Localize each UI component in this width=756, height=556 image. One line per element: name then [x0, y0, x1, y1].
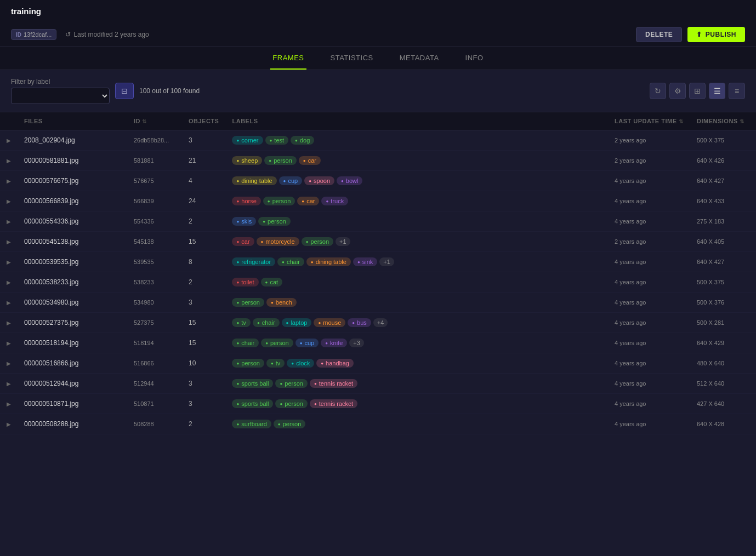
labels-cell: carmotorcycleperson+1: [232, 237, 601, 246]
table-row[interactable]: ▶000000527375.jpg52737515tvchairlaptopmo…: [0, 313, 756, 333]
col-files-header[interactable]: FILES: [18, 112, 127, 130]
table-row[interactable]: ▶000000538233.jpg5382332toiletcat4 years…: [0, 272, 756, 293]
more-labels: +3: [349, 339, 364, 347]
label-chip: surfboard: [232, 420, 271, 428]
row-id: 534980: [134, 299, 154, 306]
expand-icon[interactable]: ▶: [7, 401, 11, 407]
label-chip: sink: [353, 257, 377, 266]
dimensions: 427 X 640: [690, 394, 756, 414]
settings-button[interactable]: ⚙: [669, 83, 686, 99]
table-row[interactable]: ▶000000539535.jpg5395358refrigeratorchai…: [0, 252, 756, 272]
list-view-button[interactable]: ☰: [709, 83, 725, 99]
label-chip: bench: [266, 298, 297, 307]
object-count: 2: [182, 211, 225, 232]
expand-icon[interactable]: ▶: [7, 360, 11, 366]
expand-icon[interactable]: ▶: [7, 381, 11, 387]
publish-button[interactable]: ⬆ PUBLISH: [687, 27, 745, 42]
table-row[interactable]: ▶000000508288.jpg5082882surfboardperson4…: [0, 414, 756, 434]
label-chip: tennis racket: [310, 379, 357, 388]
modified-text: Last modified 2 years ago: [73, 31, 149, 38]
expand-icon[interactable]: ▶: [7, 219, 11, 225]
filename: 000000554336.jpg: [24, 217, 78, 225]
update-time: 4 years ago: [608, 353, 690, 374]
labels-cell: surfboardperson: [232, 420, 601, 428]
expand-icon[interactable]: ▶: [7, 178, 11, 184]
expand-icon[interactable]: ▶: [7, 158, 11, 164]
filename: 000000566839.jpg: [24, 197, 78, 205]
label-chip: knife: [321, 339, 347, 347]
expand-icon[interactable]: ▶: [7, 259, 11, 265]
expand-icon[interactable]: ▶: [7, 279, 11, 285]
table-row[interactable]: ▶000000510871.jpg5108713sports ballperso…: [0, 394, 756, 414]
label-chip: cat: [261, 278, 283, 286]
table-row[interactable]: ▶000000545138.jpg54513815carmotorcyclepe…: [0, 232, 756, 252]
col-time-header[interactable]: LAST UPDATE TIME: [608, 112, 690, 130]
col-objects-header: OBJECTS: [182, 112, 225, 130]
label-chip: car: [232, 237, 254, 246]
expand-icon[interactable]: ▶: [7, 137, 11, 144]
label-chip: test: [265, 136, 289, 145]
update-time: 4 years ago: [608, 333, 690, 353]
tab-statistics[interactable]: STATISTICS: [328, 47, 376, 70]
labels-cell: persontvclockhandbag: [232, 359, 601, 368]
tab-frames[interactable]: FRAMES: [270, 47, 306, 70]
row-id: 508288: [134, 421, 154, 427]
expand-icon[interactable]: ▶: [7, 320, 11, 326]
menu-button[interactable]: ≡: [729, 83, 745, 99]
expand-icon[interactable]: ▶: [7, 340, 11, 346]
table-row[interactable]: ▶000000566839.jpg56683924horsepersoncart…: [0, 191, 756, 211]
label-chip: laptop: [282, 318, 312, 327]
label-chip: dining table: [232, 176, 276, 185]
label-chip: car: [299, 156, 321, 165]
table-row[interactable]: ▶000000512944.jpg5129443sports ballperso…: [0, 374, 756, 394]
filename: 000000534980.jpg: [24, 299, 78, 306]
expand-icon[interactable]: ▶: [7, 198, 11, 204]
dimensions: 500 X 375: [690, 130, 756, 151]
grid-view-button[interactable]: ⊞: [689, 83, 706, 99]
labels-cell: tvchairlaptopmousebus+4: [232, 318, 601, 327]
label-chip: person: [261, 339, 293, 347]
table-row[interactable]: ▶000000554336.jpg5543362skisperson4 year…: [0, 211, 756, 232]
row-id: 516866: [134, 360, 154, 366]
label-chip: refrigerator: [232, 257, 275, 266]
expand-icon[interactable]: ▶: [7, 239, 11, 245]
dimensions: 640 X 405: [690, 232, 756, 252]
update-time: 4 years ago: [608, 211, 690, 232]
id-value: 13f2dcaf...: [24, 31, 52, 38]
label-chip: motorcycle: [257, 237, 299, 246]
col-id-header[interactable]: ID: [127, 112, 182, 130]
refresh-button[interactable]: ↻: [650, 83, 666, 99]
delete-button[interactable]: DELETE: [636, 27, 682, 42]
labels-cell: toiletcat: [232, 278, 601, 286]
label-chip: sheep: [232, 156, 262, 165]
object-count: 3: [182, 130, 225, 151]
filter-button[interactable]: ⊟: [115, 83, 134, 99]
label-filter-select[interactable]: [11, 88, 110, 104]
table-row[interactable]: ▶000000576675.jpg5766754dining tablecups…: [0, 171, 756, 191]
table-row[interactable]: ▶000000534980.jpg5349803personbench4 yea…: [0, 293, 756, 313]
label-chip: handbag: [316, 359, 354, 368]
expand-icon[interactable]: ▶: [7, 421, 11, 427]
tab-info[interactable]: INFO: [463, 47, 486, 70]
filter-label: Filter by label: [11, 78, 107, 85]
col-expand-header: [0, 112, 18, 130]
table-row[interactable]: ▶000000581881.jpg58188121sheeppersoncar2…: [0, 151, 756, 171]
tab-metadata[interactable]: METADATA: [397, 47, 441, 70]
update-time: 4 years ago: [608, 414, 690, 434]
label-chip: chair: [277, 257, 304, 266]
table-row[interactable]: ▶000000518194.jpg51819415chairpersoncupk…: [0, 333, 756, 353]
id-badge: ID 13f2dcaf...: [11, 29, 56, 40]
filename: 000000527375.jpg: [24, 319, 78, 326]
labels-cell: sheeppersoncar: [232, 156, 601, 165]
label-chip: person: [263, 197, 295, 205]
table-row[interactable]: ▶2008_002904.jpg26db58b28...3cornertestd…: [0, 130, 756, 151]
table-row[interactable]: ▶000000516866.jpg51686610persontvclockha…: [0, 353, 756, 374]
update-time: 2 years ago: [608, 151, 690, 171]
dimensions: 640 X 433: [690, 191, 756, 211]
row-id: 527375: [134, 319, 154, 326]
object-count: 3: [182, 374, 225, 394]
col-dim-header[interactable]: DIMENSIONS: [690, 112, 756, 130]
dimensions: 500 X 281: [690, 313, 756, 333]
upload-icon: ⬆: [696, 31, 702, 38]
expand-icon[interactable]: ▶: [7, 300, 11, 306]
